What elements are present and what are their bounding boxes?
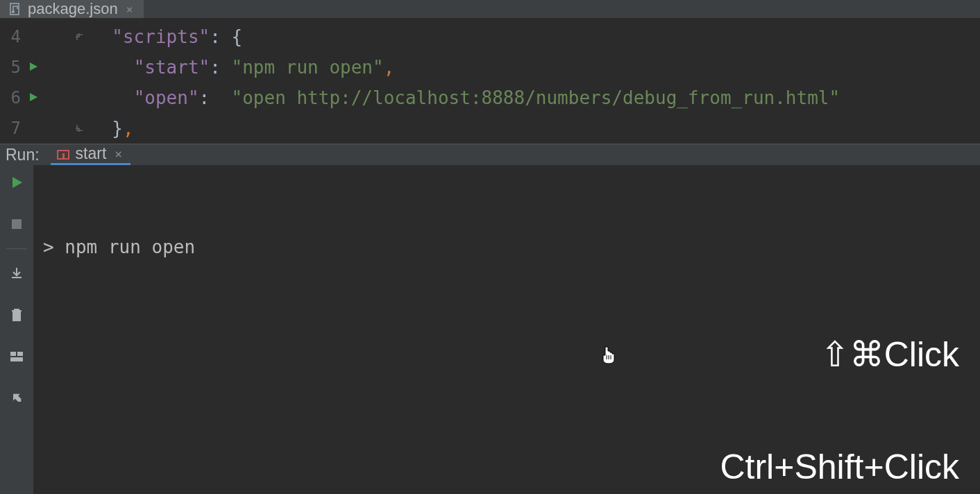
gutter-line: 5 [0, 52, 90, 83]
run-panel-label: Run: [6, 146, 40, 164]
tab-filename: package.json [28, 0, 118, 18]
svg-rect-9 [17, 352, 23, 356]
gutter-icons [28, 83, 90, 113]
console-output[interactable]: > npm run open > numbers@1.0.0 open > op… [33, 165, 980, 494]
code-editor[interactable]: 4567 "scripts": { "start": "npm run open… [0, 19, 980, 144]
gutter-icons [28, 52, 90, 83]
run-panel-header: Run: start × [0, 144, 980, 165]
line-number: 4 [0, 22, 28, 52]
gutter-line: 7 [0, 113, 90, 144]
pin-button[interactable] [6, 388, 27, 409]
run-panel-body: > npm run open > numbers@1.0.0 open > op… [0, 165, 980, 494]
svg-marker-2 [30, 62, 37, 71]
line-number: 6 [0, 83, 28, 113]
gutter-icons [28, 123, 90, 134]
code-line[interactable]: "scripts": { [90, 22, 980, 52]
editor-tab-bar: package.json × [0, 0, 980, 19]
code-line[interactable]: "start": "npm run open", [90, 52, 980, 83]
close-run-tab-icon[interactable]: × [112, 146, 125, 161]
shortcut-mac: ⇧⌘Click [720, 336, 959, 373]
run-script-icon[interactable] [28, 52, 39, 83]
gutter-line: 4 [0, 22, 90, 52]
run-toolbar [0, 165, 33, 494]
shortcut-hint-overlay: ⇧⌘Click Ctrl+Shift+Click [720, 261, 959, 494]
fold-close-icon[interactable] [74, 123, 85, 134]
code-line[interactable]: }, [90, 113, 980, 144]
svg-rect-10 [10, 357, 23, 361]
code-line[interactable]: "open": "open http://localhost:8888/numb… [90, 83, 980, 113]
mouse-cursor-icon [540, 314, 617, 405]
delete-button[interactable] [6, 305, 27, 325]
line-number: 5 [0, 52, 28, 83]
fold-open-icon[interactable] [74, 31, 85, 42]
stop-button[interactable] [6, 214, 27, 235]
svg-marker-3 [30, 93, 37, 101]
svg-rect-8 [10, 352, 16, 356]
line-number: 7 [0, 113, 28, 144]
svg-marker-6 [12, 177, 22, 188]
code-content[interactable]: "scripts": { "start": "npm run open", "o… [90, 22, 980, 144]
run-tab-name: start [76, 144, 107, 163]
console-prompt: > [43, 237, 65, 257]
rerun-button[interactable] [6, 172, 27, 193]
shortcut-win: Ctrl+Shift+Click [720, 448, 959, 486]
svg-point-1 [12, 10, 15, 13]
svg-rect-7 [12, 219, 22, 229]
run-script-icon[interactable] [28, 83, 39, 113]
json-file-icon [8, 2, 22, 16]
editor-tab-package-json[interactable]: package.json × [0, 0, 144, 18]
close-tab-icon[interactable]: × [124, 3, 136, 16]
gutter-line: 6 [0, 83, 90, 113]
npm-config-icon [56, 147, 70, 161]
toolbar-separator [6, 248, 27, 249]
editor-gutter: 4567 [0, 22, 90, 144]
gutter-icons [28, 31, 90, 42]
run-tab-start[interactable]: start × [51, 144, 131, 165]
svg-rect-5 [62, 153, 65, 159]
layout-button[interactable] [6, 346, 27, 367]
console-command: npm run open [65, 237, 195, 257]
download-button[interactable] [6, 263, 27, 284]
